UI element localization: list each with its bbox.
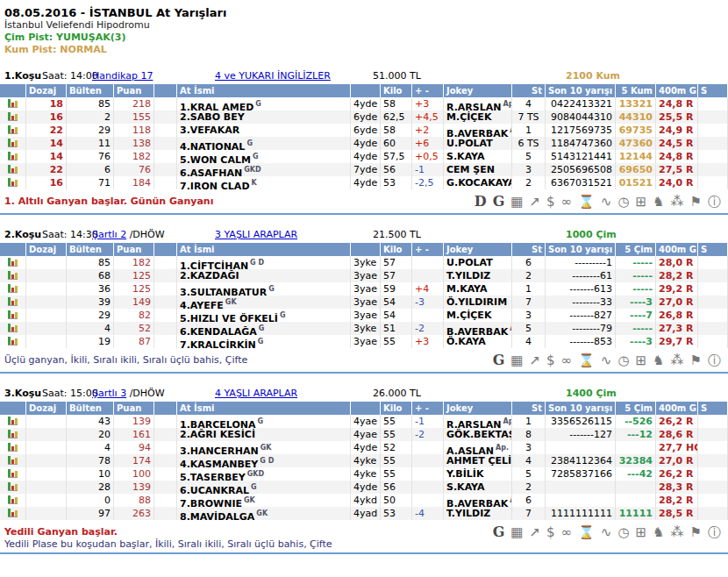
horse-icon[interactable]: ♞ <box>653 194 664 210</box>
dollar-icon[interactable]: $ <box>546 353 555 368</box>
horse-row: 972638.MAVİDALGAGK4yad53-4T.YILDIZ711111… <box>0 507 728 520</box>
stopwatch-icon[interactable]: ◷ <box>617 194 629 210</box>
info-icon[interactable]: ⓘ <box>708 353 721 368</box>
form-chart-icon[interactable] <box>8 481 18 491</box>
hourglass-icon[interactable]: ⌛ <box>578 194 595 210</box>
form-chart-icon[interactable] <box>8 416 18 425</box>
form-chart-icon[interactable] <box>8 125 18 134</box>
form-chart-icon[interactable] <box>8 138 18 147</box>
column-header: Jokey <box>444 243 512 256</box>
race-breed-link[interactable]: 4 ve YUKARI İNGİLİZLER <box>215 70 331 82</box>
s-cell <box>698 428 728 441</box>
column-header: Jokey <box>444 84 512 97</box>
race-breed-link[interactable]: 4 YAŞLI ARAPLAR <box>215 388 297 399</box>
toolbar-letter-g-button[interactable]: G <box>493 193 505 210</box>
jockey-name: R.ARSLANAp. <box>444 97 512 110</box>
stats-calc-icon[interactable]: ▦ <box>510 353 523 368</box>
dollar-icon[interactable]: $ <box>546 524 555 540</box>
bulten-value: 20 <box>67 428 114 441</box>
horse-equipment-code: GK <box>244 496 255 504</box>
chart-up-icon[interactable]: ↗ <box>530 353 541 368</box>
line-chart-icon[interactable]: ∿ <box>601 353 612 368</box>
spectators-icon[interactable]: ⁂ <box>671 194 684 210</box>
weight-change: -1 <box>412 415 444 428</box>
form-chart-icon[interactable] <box>8 323 18 332</box>
toolbar-letter-g-button[interactable]: G <box>493 352 505 368</box>
horse-age: 6yde <box>351 124 381 137</box>
column-header <box>154 84 177 97</box>
line-chart-icon[interactable]: ∿ <box>601 194 612 210</box>
calculator-icon[interactable]: ⊞ <box>636 353 647 368</box>
column-header: Son 10 yarışı <box>546 402 616 415</box>
stats-calc-icon[interactable]: ▦ <box>510 194 523 210</box>
toolbar-letter-d-button[interactable]: D <box>475 193 487 210</box>
chart-up-icon[interactable]: ↗ <box>530 524 541 540</box>
toolbar-letter-g-button[interactable]: G <box>493 524 505 540</box>
hourglass-icon[interactable]: ⌛ <box>578 353 595 368</box>
horse-icon[interactable]: ♞ <box>653 524 664 540</box>
finish-flag-icon[interactable]: ⚑ <box>690 353 702 368</box>
form-chart-icon[interactable] <box>8 508 18 517</box>
calculator-icon[interactable]: ⊞ <box>636 194 647 210</box>
finish-flag-icon[interactable]: ⚑ <box>690 524 702 540</box>
hourglass-icon[interactable]: ⌛ <box>578 524 595 540</box>
info-icon[interactable]: ⓘ <box>708 524 721 540</box>
binoculars-icon[interactable]: ∞ <box>561 353 573 368</box>
horse-age: 3yae <box>351 309 381 322</box>
race-condition-link[interactable]: Şartlı 3 <box>92 388 126 399</box>
horse-age: 3yae <box>351 296 381 309</box>
form-chart-icon[interactable] <box>8 270 18 280</box>
chart-up-icon[interactable]: ↗ <box>530 194 541 210</box>
form-chart-icon[interactable] <box>8 429 18 438</box>
form-chart-icon[interactable] <box>8 283 18 293</box>
finish-flag-icon[interactable]: ⚑ <box>690 194 702 210</box>
form-chart-icon[interactable] <box>8 98 18 108</box>
g400-time: 28,2 R <box>656 494 698 507</box>
race-purse: 26.000 TL <box>373 388 421 399</box>
race-condition-link[interactable]: Şartlı 2 <box>92 229 126 240</box>
form-chart-icon[interactable] <box>8 310 18 319</box>
horse-icon[interactable]: ♞ <box>653 353 664 368</box>
form-chart-icon[interactable] <box>8 296 18 306</box>
spectators-icon[interactable]: ⁂ <box>671 524 684 540</box>
calculator-icon[interactable]: ⊞ <box>636 524 647 540</box>
race-captions: Üçlü ganyan, İkili, Sıralı ikili, Sıralı… <box>0 351 247 367</box>
horse-equipment-code: GK <box>256 509 268 517</box>
binoculars-icon[interactable]: ∞ <box>561 524 573 540</box>
horse-row: 0887.BROWNIEGK4ykd50B.AVERBAKAp.628,2 R <box>0 494 728 507</box>
stats-calc-icon[interactable]: ▦ <box>510 524 523 540</box>
stopwatch-icon[interactable]: ◷ <box>617 524 629 540</box>
s-cell <box>698 163 728 176</box>
puan-value: 118 <box>114 124 154 137</box>
form-chart-icon[interactable] <box>8 151 18 160</box>
binoculars-icon[interactable]: ∞ <box>561 194 573 210</box>
s-cell <box>698 150 728 163</box>
column-header: At İsmi <box>177 84 351 97</box>
spectators-icon[interactable]: ⁂ <box>671 353 684 368</box>
form-chart-icon[interactable] <box>8 455 18 465</box>
form-chart-icon[interactable] <box>8 468 18 478</box>
horse-age: 4yde <box>351 176 381 189</box>
form-chart-icon[interactable] <box>8 495 18 504</box>
column-header <box>0 84 26 97</box>
line-chart-icon[interactable]: ∿ <box>601 524 612 540</box>
form-chart-icon[interactable] <box>8 442 18 452</box>
race-breed-link[interactable]: 3 YAŞLI ARAPLAR <box>215 229 297 240</box>
last-10-results: ---------1 <box>546 256 616 269</box>
horse-equipment-code: G <box>258 338 264 345</box>
horse-row: 391494.AYEFEGK3yae54-3Ö.YILDIRIM7-------… <box>0 296 728 309</box>
form-chart-icon[interactable] <box>8 336 18 345</box>
stopwatch-icon[interactable]: ◷ <box>617 353 629 368</box>
kilo-value: 50 <box>381 494 412 507</box>
form-chart-icon[interactable] <box>8 177 18 187</box>
form-chart-icon[interactable] <box>8 257 18 267</box>
column-header: Kilo <box>381 402 412 415</box>
race-condition: Şartlı 3 /DHÖW <box>92 388 165 399</box>
race-condition-link[interactable]: Handikap 17 <box>92 70 153 82</box>
start-box: 1 <box>512 415 546 428</box>
kilo-value: 52 <box>381 441 412 454</box>
form-chart-icon[interactable] <box>8 164 18 174</box>
form-chart-icon[interactable] <box>8 111 18 121</box>
dollar-icon[interactable]: $ <box>546 194 555 210</box>
info-icon[interactable]: ⓘ <box>708 194 721 210</box>
